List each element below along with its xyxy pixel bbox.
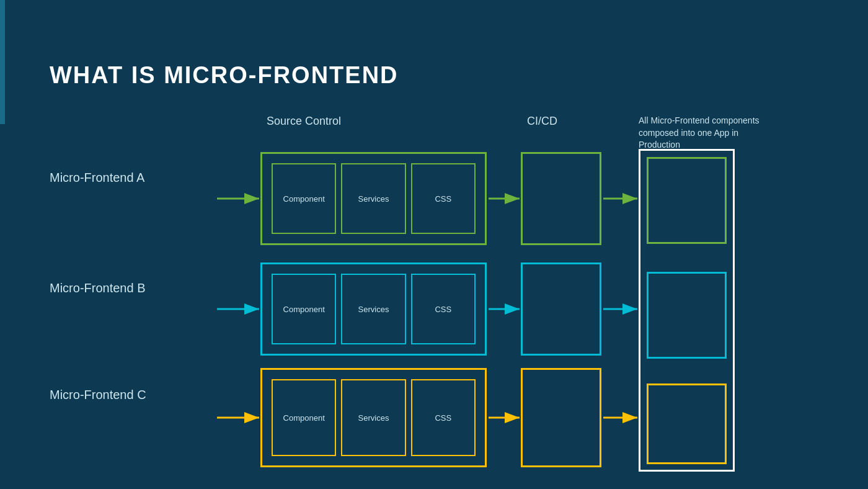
source-box-b: Component Services CSS [260,262,487,356]
cell-c-services: Services [341,379,405,456]
cell-c-css: CSS [411,379,476,456]
cell-c-component: Component [272,379,336,456]
source-box-c: Component Services CSS [260,368,487,467]
left-accent [0,0,5,124]
production-inner-a [647,157,727,244]
row-label-b: Micro-Frontend B [50,281,146,295]
row-label-a: Micro-Frontend A [50,171,144,185]
cell-b-services: Services [341,274,405,344]
source-box-a: Component Services CSS [260,152,487,245]
production-inner-b [647,272,727,359]
cell-a-component: Component [272,163,336,234]
row-label-c: Micro-Frontend C [50,388,146,402]
production-outer [639,149,735,472]
source-control-header: Source Control [267,115,341,128]
cell-a-css: CSS [411,163,476,234]
cicd-header: CI/CD [527,115,557,128]
cicd-box-c [521,368,601,467]
diagram-area: Source Control CI/CD All Micro-Frontend … [50,115,843,470]
cicd-box-a [521,152,601,245]
cicd-box-b [521,262,601,356]
page-title: WHAT IS MICRO-FRONTEND [50,62,399,89]
cell-b-component: Component [272,274,336,344]
cell-b-css: CSS [411,274,476,344]
production-header: All Micro-Frontend components composed i… [639,115,763,151]
production-inner-c [647,384,727,464]
cell-a-services: Services [341,163,405,234]
